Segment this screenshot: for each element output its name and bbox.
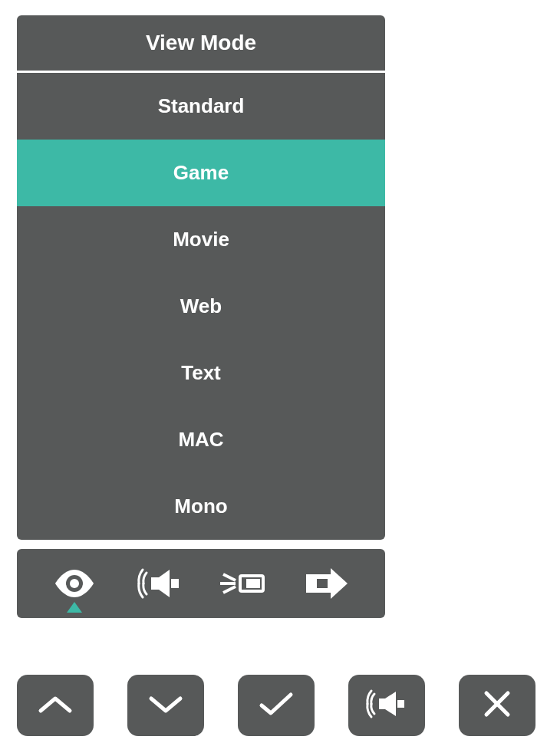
speaker-icon [136,567,182,600]
menu-title: View Mode [17,15,385,71]
close-icon [482,689,512,722]
menu-list: Standard Game Movie Web Text MAC Mono [17,73,385,540]
menu-item-text[interactable]: Text [17,340,385,406]
svg-rect-9 [317,579,328,588]
chevron-up-icon [36,692,74,718]
svg-point-1 [70,579,79,588]
category-audio[interactable] [128,553,189,614]
menu-item-movie[interactable]: Movie [17,206,385,273]
audio-button[interactable] [348,675,425,736]
nav-button-row [17,675,535,736]
svg-rect-2 [171,579,179,588]
active-category-marker [67,602,82,613]
projector-icon [220,568,266,599]
speaker-small-icon [365,689,408,722]
svg-rect-10 [397,700,404,708]
category-view-mode[interactable] [44,553,105,614]
category-display[interactable] [213,553,274,614]
up-button[interactable] [17,675,94,736]
osd-menu-panel: View Mode Standard Game Movie Web Text M… [17,15,385,618]
eye-icon [54,570,95,597]
down-button[interactable] [127,675,204,736]
svg-line-6 [223,574,236,580]
close-button[interactable] [459,675,535,736]
chevron-down-icon [147,692,185,718]
menu-item-standard[interactable]: Standard [17,73,385,140]
confirm-button[interactable] [238,675,315,736]
svg-rect-4 [246,579,260,588]
svg-rect-8 [306,574,314,593]
svg-line-7 [223,587,236,593]
menu-item-mono[interactable]: Mono [17,473,385,540]
menu-item-web[interactable]: Web [17,273,385,340]
input-source-icon [305,568,351,599]
check-icon [257,690,295,721]
category-bar [17,549,385,618]
menu-item-mac[interactable]: MAC [17,406,385,473]
category-input[interactable] [297,553,358,614]
menu-item-game[interactable]: Game [17,140,385,206]
